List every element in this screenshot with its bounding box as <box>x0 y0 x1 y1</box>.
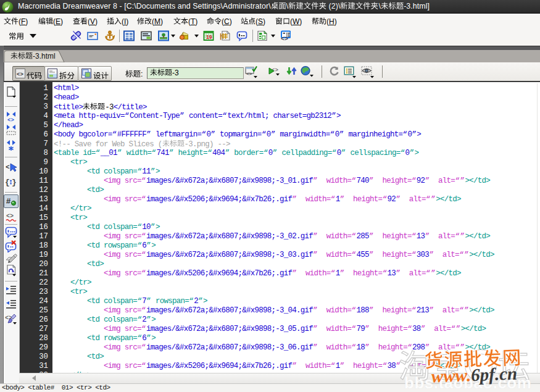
svg-text:<>: <> <box>246 71 252 77</box>
svg-text:<: < <box>6 164 10 171</box>
svg-text:#: # <box>6 196 11 206</box>
svg-text:<>: <> <box>6 213 14 220</box>
svg-text:<>: <> <box>17 72 23 78</box>
svg-text:<>: <> <box>7 117 14 123</box>
svg-text:19: 19 <box>206 34 212 40</box>
svg-text:}: } <box>12 178 17 187</box>
svg-text:<>: <> <box>281 36 288 41</box>
svg-text:{: { <box>5 178 10 187</box>
